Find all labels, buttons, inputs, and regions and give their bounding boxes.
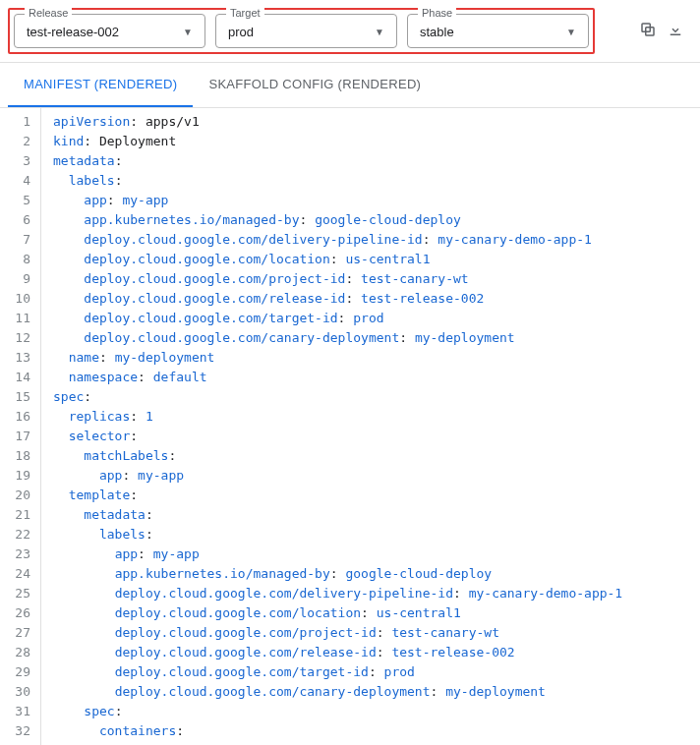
line-number: 15 [6, 387, 30, 407]
target-label: Target [226, 7, 264, 19]
tabs: MANIFEST (RENDERED) SKAFFOLD CONFIG (REN… [0, 63, 700, 107]
tab-skaffold[interactable]: SKAFFOLD CONFIG (RENDERED) [193, 63, 437, 107]
line-gutter: 1234567891011121314151617181920212223242… [0, 108, 41, 745]
code-line: template: [53, 486, 622, 505]
line-number: 13 [6, 348, 30, 368]
code-line: labels: [53, 171, 622, 191]
code-line: matchLabels: [53, 446, 622, 466]
line-number: 23 [6, 544, 30, 564]
line-number: 22 [6, 525, 30, 544]
code-line: deploy.cloud.google.com/target-id: prod [53, 662, 622, 682]
code-line: app: my-app [53, 191, 622, 210]
target-dropdown[interactable]: Target prod ▼ [215, 14, 397, 48]
code-line: app: my-app [53, 544, 622, 564]
line-number: 12 [6, 328, 30, 348]
line-number: 3 [6, 151, 30, 171]
line-number: 6 [6, 210, 30, 230]
line-number: 5 [6, 191, 30, 210]
download-icon[interactable] [667, 21, 684, 41]
code-line: deploy.cloud.google.com/project-id: test… [53, 269, 622, 289]
code-line: spec: [53, 702, 622, 721]
line-number: 7 [6, 230, 30, 250]
code-line: kind: Deployment [53, 132, 622, 151]
chevron-down-icon: ▼ [183, 27, 193, 37]
line-number: 25 [6, 584, 30, 603]
phase-value: stable [420, 25, 454, 39]
line-number: 11 [6, 309, 30, 328]
code-line: spec: [53, 387, 622, 407]
icon-buttons [639, 21, 692, 41]
phase-label: Phase [418, 7, 456, 19]
line-number: 27 [6, 623, 30, 643]
code-line: app.kubernetes.io/managed-by: google-clo… [53, 564, 622, 584]
code-line: deploy.cloud.google.com/release-id: test… [53, 643, 622, 662]
code-line: deploy.cloud.google.com/location: us-cen… [53, 603, 622, 623]
code-line: apiVersion: apps/v1 [53, 112, 622, 132]
code-line: name: my-deployment [53, 348, 622, 368]
code-line: deploy.cloud.google.com/release-id: test… [53, 289, 622, 309]
code-area: 1234567891011121314151617181920212223242… [0, 107, 700, 745]
phase-dropdown[interactable]: Phase stable ▼ [407, 14, 589, 48]
top-bar: Release test-release-002 ▼ Target prod ▼… [0, 0, 700, 63]
code-line: deploy.cloud.google.com/canary-deploymen… [53, 328, 622, 348]
line-number: 10 [6, 289, 30, 309]
line-number: 1 [6, 112, 30, 132]
code-line: metadata: [53, 505, 622, 525]
line-number: 9 [6, 269, 30, 289]
line-number: 14 [6, 368, 30, 387]
line-number: 2 [6, 132, 30, 151]
chevron-down-icon: ▼ [375, 27, 384, 37]
dropdown-highlight-group: Release test-release-002 ▼ Target prod ▼… [8, 8, 595, 54]
release-dropdown[interactable]: Release test-release-002 ▼ [14, 14, 205, 48]
line-number: 21 [6, 505, 30, 525]
line-number: 20 [6, 486, 30, 505]
code-line: - image: gcr.io/google-containers/nginx:… [53, 741, 622, 745]
code-line: deploy.cloud.google.com/project-id: test… [53, 623, 622, 643]
copy-icon[interactable] [639, 21, 657, 41]
code-line: labels: [53, 525, 622, 544]
line-number: 16 [6, 407, 30, 427]
code-line: app.kubernetes.io/managed-by: google-clo… [53, 210, 622, 230]
target-value: prod [228, 25, 254, 39]
code-line: replicas: 1 [53, 407, 622, 427]
line-number: 18 [6, 446, 30, 466]
code-line: deploy.cloud.google.com/location: us-cen… [53, 250, 622, 269]
line-number: 4 [6, 171, 30, 191]
code-line: selector: [53, 427, 622, 446]
line-number: 8 [6, 250, 30, 269]
code-line: metadata: [53, 151, 622, 171]
line-number: 33 [6, 741, 30, 745]
line-number: 26 [6, 603, 30, 623]
code-content: apiVersion: apps/v1kind: Deploymentmetad… [41, 108, 622, 745]
code-line: deploy.cloud.google.com/delivery-pipelin… [53, 230, 622, 250]
code-line: containers: [53, 721, 622, 741]
line-number: 24 [6, 564, 30, 584]
code-line: namespace: default [53, 368, 622, 387]
line-number: 19 [6, 466, 30, 486]
release-label: Release [25, 7, 72, 19]
line-number: 17 [6, 427, 30, 446]
line-number: 30 [6, 682, 30, 702]
line-number: 28 [6, 643, 30, 662]
code-line: deploy.cloud.google.com/delivery-pipelin… [53, 584, 622, 603]
code-line: app: my-app [53, 466, 622, 486]
line-number: 32 [6, 721, 30, 741]
tab-manifest[interactable]: MANIFEST (RENDERED) [8, 63, 193, 107]
release-value: test-release-002 [27, 25, 119, 39]
code-line: deploy.cloud.google.com/target-id: prod [53, 309, 622, 328]
line-number: 31 [6, 702, 30, 721]
code-line: deploy.cloud.google.com/canary-deploymen… [53, 682, 622, 702]
line-number: 29 [6, 662, 30, 682]
chevron-down-icon: ▼ [566, 27, 576, 37]
